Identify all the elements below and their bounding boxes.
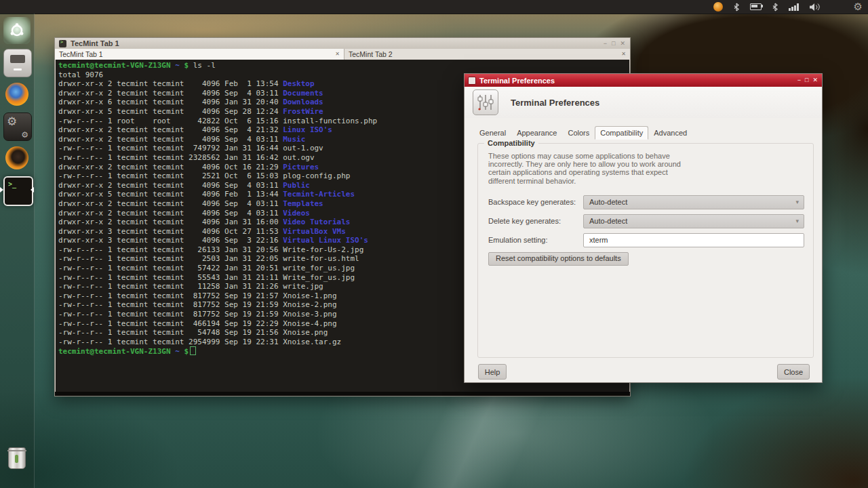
- dialog-titlebar[interactable]: Terminal Preferences − □ ✕: [465, 74, 822, 87]
- software-app-icon[interactable]: [3, 49, 32, 77]
- help-button[interactable]: Help: [478, 364, 507, 380]
- terminal-tab-1[interactable]: TecMint Tab 1 ✕: [55, 49, 344, 60]
- tab-close-icon[interactable]: ✕: [335, 49, 340, 60]
- dialog-title: Terminal Preferences: [479, 77, 555, 85]
- dialog-header: Terminal Preferences: [465, 87, 822, 118]
- minimize-button[interactable]: −: [797, 74, 801, 87]
- terminal-tab-2[interactable]: TecMint Tab 2 ✕: [344, 49, 630, 60]
- terminal-cursor: [190, 346, 196, 355]
- ubuntu-logo-icon: [9, 22, 25, 39]
- app-swirl-icon[interactable]: [713, 2, 723, 12]
- close-button[interactable]: ✕: [620, 38, 625, 49]
- dropdown-value: Auto-detect: [589, 198, 627, 206]
- terminal-titlebar[interactable]: TecMint Tab 1 − □ ✕: [55, 38, 630, 49]
- dialog-close-button[interactable]: Close: [777, 364, 810, 380]
- system-tray: [713, 0, 821, 14]
- dialog-heading: Terminal Preferences: [511, 98, 599, 108]
- running-indicator-arrow: [0, 187, 3, 192]
- signal-strength-icon[interactable]: [789, 3, 799, 11]
- terminal-preferences-dialog: Terminal Preferences − □ ✕ Terminal Pref…: [464, 73, 823, 383]
- trash-icon[interactable]: [3, 445, 31, 472]
- gear-icon[interactable]: ⚙: [854, 0, 863, 14]
- maximize-button[interactable]: □: [805, 74, 808, 87]
- terminal-icon[interactable]: >_: [3, 176, 33, 206]
- focused-indicator-arrow: [31, 187, 34, 192]
- tab-label: TecMint Tab 1: [59, 50, 103, 58]
- terminal-bottom-edge: [55, 392, 630, 396]
- input-value: xterm: [589, 236, 608, 244]
- bluetooth-icon[interactable]: [733, 3, 740, 12]
- preferences-sliders-icon: [473, 89, 498, 115]
- dialog-tab-appearance[interactable]: Appearance: [511, 126, 562, 140]
- bluetooth-icon[interactable]: [772, 3, 778, 12]
- chevron-down-icon: ▾: [795, 215, 799, 228]
- volume-icon[interactable]: [809, 3, 821, 12]
- backspace-label: Backspace key generates:: [488, 198, 576, 206]
- chevron-down-icon: ▾: [795, 196, 799, 209]
- dialog-tab-compatibility[interactable]: Compatibility: [595, 126, 648, 140]
- terminal-line: tecmint@tecmint-VGN-Z13GN ~ $ ls -l: [58, 61, 627, 70]
- backspace-dropdown[interactable]: Auto-detect ▾: [583, 195, 804, 209]
- firefox-icon[interactable]: [3, 81, 31, 108]
- terminal-tabbar: TecMint Tab 1 ✕ TecMint Tab 2 ✕: [55, 49, 630, 60]
- dialog-window-icon: [468, 77, 476, 85]
- terminal-window-icon: [59, 40, 66, 47]
- battery-icon[interactable]: [750, 3, 762, 10]
- close-button[interactable]: ✕: [812, 74, 818, 87]
- media-app-icon[interactable]: [3, 144, 31, 171]
- dialog-tab-advanced[interactable]: Advanced: [648, 126, 692, 140]
- delete-label: Delete key generates:: [488, 217, 561, 225]
- emulation-label: Emulation setting:: [488, 236, 547, 244]
- top-panel: ⚙: [0, 0, 868, 14]
- compatibility-frame: Compatibility These options may cause so…: [477, 143, 814, 358]
- compatibility-description: These options may cause some application…: [488, 152, 681, 185]
- launcher-dock: ⚙⚙ >_: [0, 14, 35, 488]
- dialog-tab-colors[interactable]: Colors: [562, 126, 595, 140]
- minimize-button[interactable]: −: [604, 38, 607, 49]
- dialog-tabs: GeneralAppearanceColorsCompatibilityAdva…: [474, 126, 692, 140]
- maximize-button[interactable]: □: [612, 38, 615, 49]
- emulation-input[interactable]: xterm: [583, 233, 804, 247]
- frame-label: Compatibility: [484, 139, 538, 147]
- reset-compatibility-button[interactable]: Reset compatibility options to defaults: [488, 252, 629, 266]
- dropdown-value: Auto-detect: [589, 217, 627, 225]
- dialog-tab-general[interactable]: General: [474, 126, 511, 140]
- tab-label: TecMint Tab 2: [349, 50, 393, 58]
- tab-close-icon[interactable]: ✕: [621, 49, 626, 60]
- system-gears-icon[interactable]: ⚙⚙: [3, 113, 32, 141]
- terminal-window-title: TecMint Tab 1: [71, 39, 119, 47]
- ubuntu-launcher-icon[interactable]: [3, 17, 31, 44]
- delete-dropdown[interactable]: Auto-detect ▾: [583, 214, 804, 228]
